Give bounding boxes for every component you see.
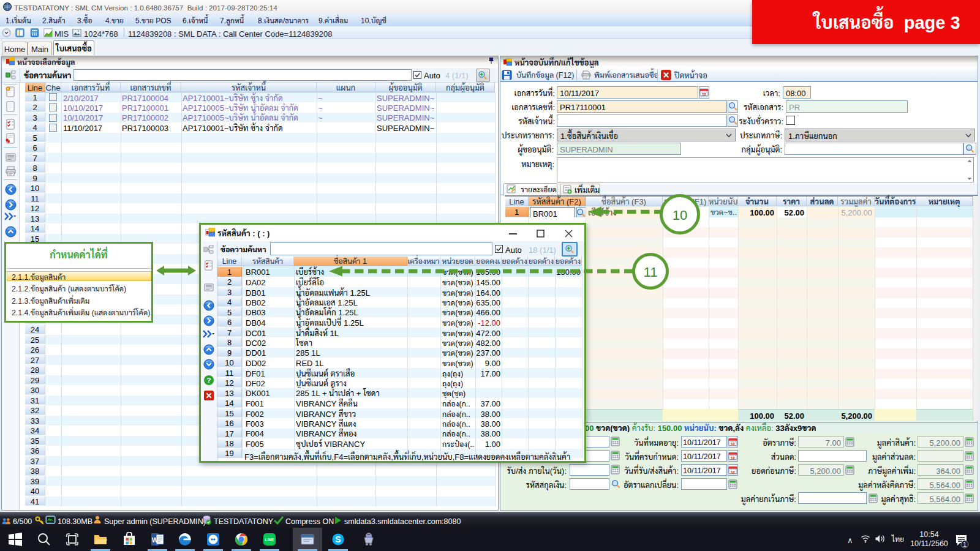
svg-text:?: ? — [207, 377, 211, 384]
svg-text:W: W — [152, 536, 159, 544]
svg-text:1: 1 — [963, 541, 967, 548]
svg-text:12: 12 — [731, 470, 734, 474]
svg-text:12: 12 — [702, 92, 706, 96]
svg-text:LINE: LINE — [265, 538, 274, 542]
svg-text:12: 12 — [731, 442, 734, 446]
svg-text:S: S — [335, 534, 341, 544]
svg-text:12: 12 — [731, 456, 734, 460]
